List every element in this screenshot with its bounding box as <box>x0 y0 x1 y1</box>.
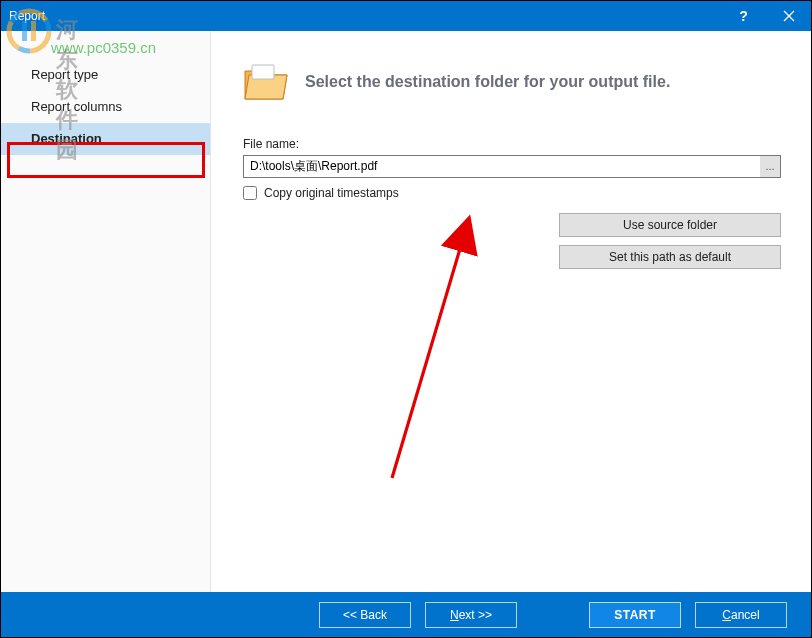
copy-timestamps-checkbox[interactable] <box>243 186 257 200</box>
cancel-mnemonic: C <box>722 608 731 622</box>
copy-timestamps-label: Copy original timestamps <box>264 186 399 200</box>
panel-header: Select the destination folder for your o… <box>243 61 781 103</box>
cancel-button[interactable]: Cancel <box>695 602 787 628</box>
close-button[interactable] <box>766 1 811 31</box>
set-path-default-button[interactable]: Set this path as default <box>559 245 781 269</box>
sidebar-item-label: Report columns <box>31 99 122 114</box>
use-source-folder-button[interactable]: Use source folder <box>559 213 781 237</box>
back-button[interactable]: << Back <box>319 602 411 628</box>
sidebar-item-label: Report type <box>31 67 98 82</box>
next-mnemonic: N <box>450 608 459 622</box>
file-path-row: ... <box>243 155 781 178</box>
next-button[interactable]: Next >> <box>425 602 517 628</box>
svg-rect-0 <box>252 65 274 79</box>
main-panel: Select the destination folder for your o… <box>211 31 811 592</box>
folder-icon <box>243 61 289 103</box>
start-button[interactable]: START <box>589 602 681 628</box>
panel-heading: Select the destination folder for your o… <box>305 73 670 91</box>
sidebar-item-report-columns[interactable]: Report columns <box>1 91 210 123</box>
wizard-sidebar: Report type Report columns Destination <box>1 31 211 592</box>
file-path-input[interactable] <box>243 155 781 178</box>
window-title: Report <box>9 9 45 23</box>
path-buttons-group: Use source folder Set this path as defau… <box>559 213 781 269</box>
sidebar-item-report-type[interactable]: Report type <box>1 59 210 91</box>
wizard-footer: << Back Next >> START Cancel <box>1 592 811 637</box>
content-area: Report type Report columns Destination S… <box>1 31 811 592</box>
title-bar: Report ? <box>1 1 811 31</box>
sidebar-item-destination[interactable]: Destination <box>1 123 210 155</box>
help-button[interactable]: ? <box>721 1 766 31</box>
close-icon <box>783 10 795 22</box>
file-name-label: File name: <box>243 137 781 151</box>
copy-timestamps-row[interactable]: Copy original timestamps <box>243 186 781 200</box>
sidebar-item-label: Destination <box>31 131 102 146</box>
browse-button[interactable]: ... <box>760 156 780 177</box>
